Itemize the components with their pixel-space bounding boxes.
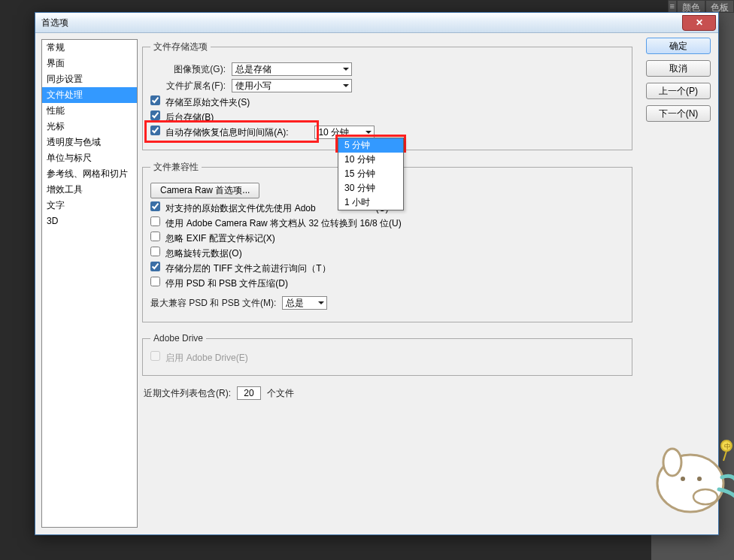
ignore-exif-checkbox[interactable] xyxy=(150,232,160,241)
ignore-exif-label: 忽略 EXIF 配置文件标记(X) xyxy=(165,233,274,244)
sidebar-item-type[interactable]: 文字 xyxy=(42,198,137,213)
cancel-button[interactable]: 取消 xyxy=(646,60,711,77)
image-preview-label: 图像预览(G): xyxy=(150,63,226,76)
close-icon: ✕ xyxy=(696,17,703,28)
autosave-option-5min[interactable]: 5 分钟 xyxy=(338,138,403,153)
bg-tab-color[interactable]: 颜色 xyxy=(677,0,705,13)
close-button[interactable]: ✕ xyxy=(682,15,716,31)
preferences-sidebar[interactable]: 常规 界面 同步设置 文件处理 性能 光标 透明度与色域 单位与标尺 参考线、网… xyxy=(41,39,138,528)
titlebar: 首选项 ✕ xyxy=(35,13,718,33)
group-compatibility-legend: 文件兼容性 xyxy=(150,161,202,174)
sidebar-item-3d[interactable]: 3D xyxy=(42,213,137,229)
sidebar-item-performance[interactable]: 性能 xyxy=(42,103,137,119)
ask-tiff-checkbox[interactable] xyxy=(150,262,160,271)
sidebar-item-interface[interactable]: 界面 xyxy=(42,56,137,71)
sidebar-item-cursors[interactable]: 光标 xyxy=(42,119,137,135)
save-original-folder-checkbox[interactable] xyxy=(150,95,160,105)
sidebar-item-transparency[interactable]: 透明度与色域 xyxy=(42,135,137,150)
save-original-folder-label: 存储至原始文件夹(S) xyxy=(165,97,250,107)
autosave-dropdown[interactable]: 5 分钟 10 分钟 15 分钟 30 分钟 1 小时 xyxy=(338,138,404,210)
ok-button[interactable]: 确定 xyxy=(646,38,711,54)
group-adobe-drive-legend: Adobe Drive xyxy=(150,333,206,344)
group-saving-options-legend: 文件存储选项 xyxy=(150,41,211,53)
sidebar-item-general[interactable]: 常规 xyxy=(42,40,137,56)
image-preview-combo[interactable]: 总是存储 xyxy=(232,62,352,76)
group-adobe-drive: Adobe Drive 启用 Adobe Drive(E) xyxy=(142,333,632,376)
prefer-raw-checkbox[interactable] xyxy=(150,201,160,211)
recent-files-suffix: 个文件 xyxy=(267,387,294,400)
autosave-option-30min[interactable]: 30 分钟 xyxy=(338,181,403,195)
background-save-label: 后台存储(B) xyxy=(165,112,214,123)
sidebar-item-sync[interactable]: 同步设置 xyxy=(42,71,137,87)
convert-32bit-label: 使用 Adobe Camera Raw 将文档从 32 位转换到 16/8 位(… xyxy=(165,218,401,229)
enable-adobe-drive-label: 启用 Adobe Drive(E) xyxy=(165,353,247,363)
preferences-dialog: 首选项 ✕ 常规 界面 同步设置 文件处理 性能 光标 透明度与色域 单位与标尺… xyxy=(35,12,719,535)
ignore-rotation-checkbox[interactable] xyxy=(150,247,160,256)
bg-panel-tabs: ≡ 颜色 色板 xyxy=(668,0,734,13)
disable-psd-compress-label: 停用 PSD 和 PSB 文件压缩(D) xyxy=(165,278,288,289)
prev-button[interactable]: 上一个(P) xyxy=(646,83,711,99)
max-compat-label: 最大兼容 PSD 和 PSB 文件(M): xyxy=(150,297,276,310)
sidebar-item-file-handling[interactable]: 文件处理 xyxy=(42,87,137,103)
bg-tab-swatches[interactable]: 色板 xyxy=(705,0,734,13)
bg-hamburger-icon: ≡ xyxy=(668,0,677,13)
dialog-title: 首选项 xyxy=(35,17,68,29)
sidebar-item-plugins[interactable]: 增效工具 xyxy=(42,182,137,198)
autosave-option-10min[interactable]: 10 分钟 xyxy=(338,153,403,167)
autosave-label: 自动存储恢复信息时间间隔(A): xyxy=(165,127,288,138)
file-ext-combo[interactable]: 使用小写 xyxy=(232,79,352,92)
ask-tiff-label: 存储分层的 TIFF 文件之前进行询问（T） xyxy=(165,263,330,274)
autosave-checkbox[interactable] xyxy=(150,126,160,135)
camera-raw-prefs-button[interactable]: Camera Raw 首选项... xyxy=(150,183,259,198)
autosave-option-15min[interactable]: 15 分钟 xyxy=(338,167,403,181)
sidebar-item-guides[interactable]: 参考线、网格和切片 xyxy=(42,166,137,182)
ignore-rotation-label: 忽略旋转元数据(O) xyxy=(165,248,241,259)
dialog-actions: 确定 取消 上一个(P) 下一个(N) xyxy=(646,38,711,122)
convert-32bit-checkbox[interactable] xyxy=(150,216,160,226)
recent-files-input[interactable] xyxy=(237,386,261,400)
preferences-content: 确定 取消 上一个(P) 下一个(N) 文件存储选项 图像预览(G): 总是存储… xyxy=(138,33,718,534)
max-compat-combo[interactable]: 总是 xyxy=(282,296,327,310)
background-save-checkbox[interactable] xyxy=(150,110,160,120)
group-saving-options: 文件存储选项 图像预览(G): 总是存储 文件扩展名(F): 使用小写 存储至原… xyxy=(142,41,632,150)
autosave-option-1hr[interactable]: 1 小时 xyxy=(338,195,403,210)
recent-files-prefix: 近期文件列表包含(R): xyxy=(144,387,231,400)
disable-psd-compress-checkbox[interactable] xyxy=(150,277,160,286)
file-ext-label: 文件扩展名(F): xyxy=(150,80,226,92)
sidebar-item-units[interactable]: 单位与标尺 xyxy=(42,150,137,166)
next-button[interactable]: 下一个(N) xyxy=(646,105,711,122)
enable-adobe-drive-checkbox xyxy=(150,351,160,361)
